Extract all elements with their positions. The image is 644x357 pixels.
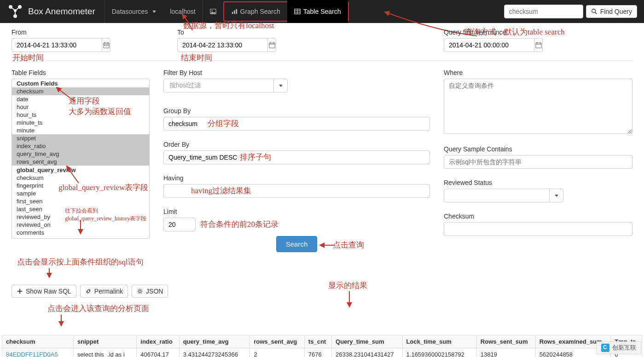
field-option[interactable]: index_ratio xyxy=(12,142,149,150)
sample-contains-input[interactable] xyxy=(444,155,632,169)
plus-icon xyxy=(17,288,23,294)
filter-host-label: Filter By Host xyxy=(163,69,430,76)
caret-down-icon xyxy=(152,11,156,13)
svg-point-16 xyxy=(592,9,596,13)
first-seen-calendar-button[interactable] xyxy=(534,38,543,52)
svg-rect-11 xyxy=(236,9,237,14)
field-option[interactable]: query_time_avg xyxy=(12,150,149,158)
calendar-icon xyxy=(269,42,275,48)
limit-label: Limit xyxy=(163,208,430,215)
field-option[interactable]: fingerprint xyxy=(12,182,149,190)
anemometer-icon xyxy=(7,2,23,21)
json-button[interactable]: JSON xyxy=(132,285,168,298)
field-option[interactable]: date xyxy=(12,95,149,103)
filter-host-dropdown[interactable] xyxy=(274,79,288,92)
group-by-label: Group By xyxy=(163,107,430,115)
calendar-icon xyxy=(103,42,110,48)
table-fields-select[interactable]: Custom Fieldschecksumdatehourhour_tsminu… xyxy=(12,79,150,239)
column-header[interactable]: snippet xyxy=(74,335,137,348)
watermark-logo-icon xyxy=(601,344,609,352)
svg-rect-23 xyxy=(106,45,107,46)
sample-contains-label: Query Sample Contains xyxy=(444,145,632,153)
nav-table-search[interactable]: Table Search xyxy=(287,0,348,23)
first-seen-input[interactable] xyxy=(444,38,534,52)
svg-rect-25 xyxy=(269,43,274,48)
field-option[interactable]: rows_sent_avg xyxy=(12,158,149,166)
search-icon xyxy=(591,8,598,15)
svg-rect-10 xyxy=(234,10,235,14)
column-header[interactable]: query_time_avg xyxy=(179,335,250,348)
column-header[interactable]: ts_cnt xyxy=(304,335,331,348)
nav-image-icon[interactable] xyxy=(203,0,223,23)
anno-to: 结束时间 xyxy=(181,52,212,63)
where-label: Where xyxy=(444,69,632,76)
column-header[interactable]: Query_time_sum xyxy=(332,335,403,348)
svg-rect-22 xyxy=(104,45,105,46)
column-header[interactable]: rows_sent_avg xyxy=(250,335,305,348)
table-row: 84EDDFF11FD0A5select this_.id as i406704… xyxy=(2,348,642,357)
svg-line-5 xyxy=(15,7,20,11)
order-by-label: Order By xyxy=(163,141,430,148)
having-label: Having xyxy=(163,174,430,182)
field-option[interactable]: checksum xyxy=(12,174,149,182)
permalink-button[interactable]: Permalink xyxy=(80,285,128,298)
reviewed-status-dropdown[interactable] xyxy=(550,189,563,202)
caret-down-icon xyxy=(279,85,283,87)
from-input[interactable] xyxy=(12,38,102,52)
field-option[interactable]: sample xyxy=(12,190,149,197)
svg-line-17 xyxy=(595,12,597,14)
nav-host[interactable]: localhost xyxy=(163,0,202,23)
field-option[interactable]: global_query_review xyxy=(12,166,149,174)
anno-row-click: 点击会进入该查询的分析页面 xyxy=(47,303,632,314)
to-input[interactable] xyxy=(177,38,268,52)
field-option[interactable]: reviewed_by xyxy=(12,213,149,221)
checksum-label: Checksum xyxy=(444,213,632,220)
from-calendar-button[interactable] xyxy=(102,38,110,52)
search-button[interactable]: Search xyxy=(276,236,318,252)
show-raw-sql-button[interactable]: Show Raw SQL xyxy=(12,285,76,298)
field-option[interactable]: first_seen xyxy=(12,197,149,205)
limit-input[interactable] xyxy=(163,218,196,231)
field-option[interactable]: minute xyxy=(12,127,149,134)
where-input[interactable] xyxy=(444,79,632,134)
to-calendar-button[interactable] xyxy=(268,38,276,52)
svg-line-40 xyxy=(138,289,139,290)
column-header[interactable]: checksum xyxy=(2,335,74,348)
field-option[interactable]: reviewed_on xyxy=(12,221,149,229)
checksum-search-input[interactable] xyxy=(504,5,583,18)
checksum-input[interactable] xyxy=(444,222,632,236)
svg-point-8 xyxy=(211,10,212,11)
find-query-button[interactable]: Find Query xyxy=(586,5,637,18)
svg-line-43 xyxy=(141,289,142,290)
column-header[interactable]: Lock_time_sum xyxy=(402,335,476,348)
field-option[interactable]: snippet xyxy=(12,134,149,142)
having-input[interactable] xyxy=(163,184,430,198)
nav-graph-search[interactable]: Graph Search xyxy=(224,0,287,23)
watermark: 创新互联 xyxy=(596,341,641,354)
field-option[interactable]: checksum xyxy=(12,87,149,95)
svg-line-41 xyxy=(141,293,142,293)
field-option[interactable]: hour_ts xyxy=(12,111,149,119)
field-option[interactable]: hour xyxy=(12,103,149,111)
field-option[interactable]: minute_ts xyxy=(12,119,149,127)
order-by-input[interactable] xyxy=(163,150,430,164)
column-header[interactable]: Rows_sent_sum xyxy=(476,335,535,348)
gear-icon xyxy=(137,288,143,294)
field-option[interactable]: last_seen xyxy=(12,205,149,213)
reviewed-status-label: Reviewed Status xyxy=(444,179,632,186)
field-option[interactable]: Custom Fields xyxy=(12,79,149,87)
filter-host-value: 按host过滤 xyxy=(163,79,274,92)
svg-point-35 xyxy=(139,290,141,292)
column-header[interactable]: index_ratio xyxy=(137,335,179,348)
first-seen-label: Query first seen since xyxy=(444,29,632,36)
nav-datasources[interactable]: Datasources xyxy=(105,0,163,23)
group-by-input[interactable] xyxy=(163,117,430,131)
anno-from: 开始时间 xyxy=(12,52,44,63)
field-option[interactable]: comments xyxy=(12,229,149,236)
svg-rect-29 xyxy=(535,43,541,48)
svg-line-42 xyxy=(138,293,139,293)
checksum-link[interactable]: 84EDDFF11FD0A5 xyxy=(6,351,58,357)
brand[interactable]: Box Anemometer xyxy=(7,2,95,21)
brand-label: Box Anemometer xyxy=(28,6,95,17)
svg-rect-24 xyxy=(107,45,108,46)
